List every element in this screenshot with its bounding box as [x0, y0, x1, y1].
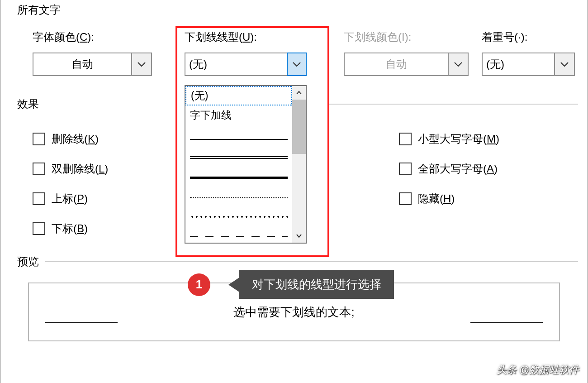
chevron-down-icon — [454, 62, 462, 67]
effects-right-column: 小型大写字母(M) 全部大写字母(A) 隐藏(H) — [399, 124, 499, 244]
checkbox-icon — [33, 222, 45, 235]
label-underline-style: 下划线线型(U): — [185, 31, 257, 43]
emphasis-combo[interactable]: (无) — [482, 53, 575, 76]
font-color-dropdown-button[interactable] — [131, 53, 151, 75]
labels-row: 字体颜色(C): 下划线线型(U): 下划线颜色(I): 着重号(·): — [1, 17, 587, 44]
watermark: 头条 @数据蛙软件 — [497, 363, 579, 377]
checkbox-icon — [399, 163, 412, 175]
dropdown-scrollbar[interactable] — [292, 86, 306, 243]
checkbox-icon — [33, 133, 45, 145]
checkbox-all-caps[interactable]: 全部大写字母(A) — [399, 154, 499, 184]
label-font-color: 字体颜色(C): — [33, 31, 94, 43]
chevron-down-icon — [560, 62, 569, 67]
dropdown-option-dotted-bold[interactable] — [185, 203, 292, 222]
checkbox-hidden[interactable]: 隐藏(H) — [399, 184, 499, 214]
annotation-arrow-icon — [228, 278, 239, 292]
dropdown-option-single-line[interactable] — [185, 125, 292, 144]
section-title-all-text: 所有文字 — [1, 3, 587, 17]
dropdown-option-thick-line[interactable] — [185, 164, 292, 183]
preview-text: 选中需要下划线的文本; — [233, 304, 354, 320]
preview-blank-left — [45, 322, 118, 323]
annotation-badge: 1 — [188, 273, 210, 296]
annotation-callout: 1 对下划线的线型进行选择 — [188, 270, 394, 299]
scrollbar-up-button[interactable] — [292, 86, 306, 100]
checkbox-icon — [399, 192, 412, 205]
underline-color-dropdown-button[interactable] — [448, 53, 468, 75]
controls-row: 自动 (无) 自动 (无) — [1, 44, 587, 76]
dropdown-option-double-line[interactable] — [185, 144, 292, 164]
underline-style-dropdown-button[interactable] — [287, 53, 307, 76]
dropdown-option-dotted-fine[interactable] — [185, 183, 292, 203]
emphasis-value: (无) — [483, 57, 554, 72]
dropdown-option-word-underline[interactable]: 字下加线 — [185, 105, 292, 125]
checkbox-icon — [33, 192, 45, 205]
scrollbar-track[interactable] — [292, 100, 306, 229]
checkbox-icon — [33, 163, 45, 175]
checkbox-icon — [399, 133, 412, 145]
all-text-section: 所有文字 字体颜色(C): 下划线线型(U): 下划线颜色(I): 着重号(·)… — [1, 0, 587, 76]
section-title-effects: 效果 — [1, 97, 39, 111]
scrollbar-down-button[interactable] — [292, 229, 306, 243]
underline-style-combo[interactable]: (无) — [185, 53, 307, 76]
chevron-down-icon — [293, 62, 301, 67]
font-color-combo[interactable]: 自动 — [33, 53, 152, 76]
emphasis-dropdown-button[interactable] — [554, 53, 574, 75]
label-underline-color: 下划线颜色(I): — [344, 31, 411, 43]
chevron-down-icon — [138, 62, 146, 67]
dropdown-option-none[interactable]: (无) — [185, 86, 292, 105]
underline-color-combo[interactable]: 自动 — [344, 53, 469, 76]
dropdown-option-dashed[interactable] — [185, 222, 292, 242]
scrollbar-thumb[interactable] — [292, 100, 306, 154]
annotation-text: 对下划线的线型进行选择 — [239, 270, 394, 299]
divider — [45, 261, 578, 262]
underline-color-value: 自动 — [345, 57, 448, 72]
underline-style-dropdown-list[interactable]: (无) 字下加线 — [185, 85, 307, 244]
chevron-up-icon — [296, 91, 302, 95]
section-title-preview: 预览 — [1, 254, 39, 269]
chevron-down-icon — [296, 234, 302, 238]
label-emphasis: 着重号(·): — [482, 31, 527, 43]
underline-style-value: (无) — [185, 57, 287, 72]
font-dialog-panel: 所有文字 字体颜色(C): 下划线线型(U): 下划线颜色(I): 着重号(·)… — [0, 0, 588, 383]
font-color-value: 自动 — [33, 57, 131, 72]
divider — [328, 104, 578, 105]
dropdown-items: (无) 字下加线 — [185, 86, 292, 243]
checkbox-small-caps[interactable]: 小型大写字母(M) — [399, 124, 499, 154]
preview-blank-right — [470, 322, 543, 323]
